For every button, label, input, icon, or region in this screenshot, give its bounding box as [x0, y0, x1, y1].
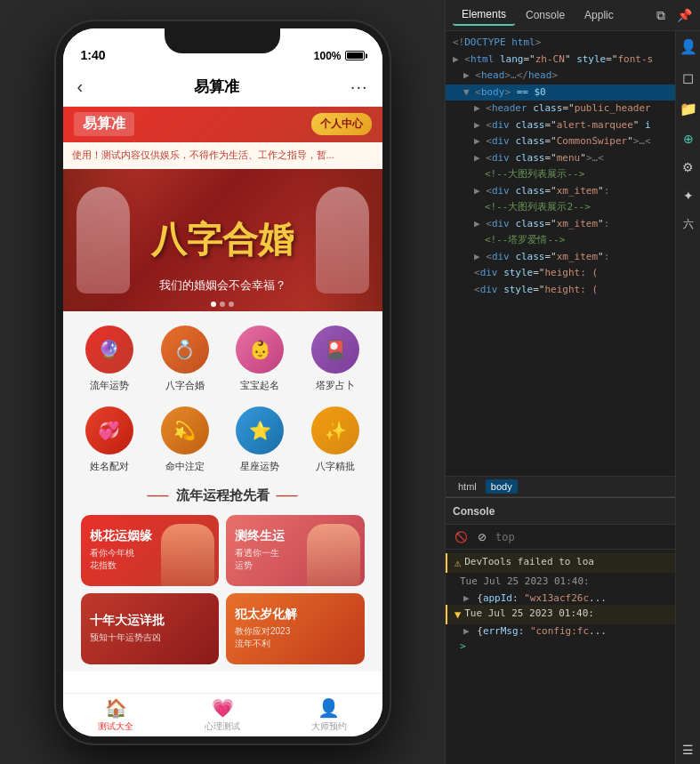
- icon-label-baZiHeHun: 八字合婚: [165, 379, 205, 392]
- dt-tab-console[interactable]: Console: [517, 5, 574, 25]
- dot-2: [220, 302, 225, 307]
- sidebar-icon-person[interactable]: 👤: [680, 38, 697, 55]
- hero-subtitle: 我们的婚姻会不会幸福？: [159, 277, 286, 294]
- devtools-icons: ⧉ 📌: [652, 6, 693, 24]
- section-title: 流年运程抢先看: [72, 487, 374, 504]
- tree-common-swiper[interactable]: ▶ <div class="CommonSwiper">…<: [446, 133, 700, 150]
- icon-xingMingPeiDui[interactable]: 💞 姓名配对: [78, 406, 141, 473]
- tree-xm-item-1[interactable]: ▶ <div class="xm_item":: [446, 183, 700, 200]
- tab-icon-xinLiCeShi: 💗: [212, 697, 234, 719]
- console-timestamp-1: Tue Jul 25 2023 01:40:: [446, 573, 700, 591]
- card-figure-ceZhong: [307, 524, 360, 586]
- tree-doctype: <!DOCTYPE html>: [446, 35, 700, 52]
- more-button[interactable]: ···: [350, 76, 368, 97]
- sidebar-icon-menu[interactable]: ☰: [682, 743, 694, 757]
- icon-xingZuoYunShi[interactable]: ⭐ 星座运势: [229, 406, 291, 473]
- dt-tab-elements[interactable]: Elements: [453, 4, 515, 26]
- dot-1: [211, 302, 216, 307]
- devtools-panel: Elements Console Applic ⧉ 📌 <!DOCTYPE ht…: [445, 0, 700, 764]
- banner-logo: 易算准: [74, 112, 134, 136]
- icon-circle-baZiJingPi: ✨: [311, 406, 359, 454]
- tab-xinLiCeShi[interactable]: 💗 心理测试: [169, 694, 276, 736]
- icon-label-baZiJingPi: 八字精批: [316, 460, 355, 473]
- icons-row-2: 💞 姓名配对 💫 命中注定 ⭐ 星座运势 ✨ 八字精批: [72, 406, 374, 473]
- status-time: 1:40: [81, 48, 106, 62]
- icon-baZiHeHun[interactable]: 💍 八字合婚: [154, 326, 216, 392]
- icon-liuNian[interactable]: 🔮 流年运势: [78, 326, 141, 392]
- icon-taLuoZhanBu[interactable]: 🎴 塔罗占卜: [304, 326, 366, 392]
- icons-grid: 🔮 流年运势 💍 八字合婚 👶 宝宝起名 🎴 塔罗占卜: [63, 311, 382, 672]
- icon-label-taLuoZhanBu: 塔罗占卜: [316, 379, 355, 392]
- tab-label-daShiYuYue: 大师预约: [311, 720, 347, 733]
- console-clear-btn[interactable]: 🚫: [453, 529, 469, 545]
- dt-icon-copy[interactable]: ⧉: [652, 6, 670, 24]
- console-toolbar: 🚫 ⊘: [446, 525, 700, 550]
- console-header: Console ✕: [446, 498, 700, 525]
- section-title-text: 流年运程抢先看: [176, 487, 270, 504]
- hero-figure-right: [302, 169, 382, 311]
- devtools-breadcrumb: html body: [446, 476, 700, 497]
- sidebar-icon-sparkle[interactable]: ✦: [683, 189, 694, 203]
- warn-icon-2: ▼: [455, 607, 461, 623]
- dot-3: [229, 302, 234, 307]
- tab-ceShiDaQuan[interactable]: 🏠 测试大全: [63, 694, 170, 736]
- console-title: Console: [453, 505, 495, 518]
- card-fanTaiSui[interactable]: 犯太岁化解 教你应对2023流年不利: [226, 593, 365, 664]
- sidebar-icon-globe[interactable]: ⊕: [683, 132, 694, 146]
- icon-baZiJingPi[interactable]: ✨ 八字精批: [304, 406, 366, 473]
- card-figure-taoHua: [161, 524, 214, 586]
- warn-text-1: DevTools failed to loa: [464, 555, 594, 570]
- tree-header[interactable]: ▶ <header class="public_header: [446, 101, 700, 117]
- hero-dots: [211, 302, 234, 307]
- tab-daShiYuYue[interactable]: 👤 大师预约: [276, 694, 382, 736]
- card-title-shiNian: 十年大运详批: [90, 613, 211, 629]
- console-obj-2[interactable]: ▶ {errMsg: "config:fc...: [446, 624, 700, 638]
- card-shiNian[interactable]: 十年大运详批 预知十年运势吉凶: [81, 593, 220, 664]
- icon-circle-xingZuoYunShi: ⭐: [236, 406, 284, 454]
- icon-circle-baoBaoQiMing: 👶: [236, 326, 284, 374]
- console-panel: Console ✕ 🚫 ⊘ ⚠ DevTools failed to loa T…: [446, 497, 700, 764]
- tree-comment-1: <!--大图列表展示-->: [446, 166, 700, 183]
- bc-html[interactable]: html: [453, 479, 482, 494]
- console-filter-btn[interactable]: ⊘: [474, 529, 490, 545]
- tree-html[interactable]: ▶ <html lang="zh-CN" style="font-s: [446, 52, 700, 68]
- tree-div-height-1[interactable]: <div style="height: (: [446, 265, 700, 282]
- icon-baoBaoQiMing[interactable]: 👶 宝宝起名: [229, 326, 291, 392]
- icon-circle-liuNian: 🔮: [85, 326, 133, 374]
- console-filter-input[interactable]: [495, 531, 693, 543]
- back-button[interactable]: ‹: [77, 76, 84, 97]
- sidebar-icon-cube[interactable]: ◻: [682, 69, 694, 86]
- bc-body[interactable]: body: [486, 479, 518, 494]
- marquee-text: 使用！测试内容仅供娱乐，不得作为生活、工作之指导，暂...: [72, 149, 334, 162]
- battery-percent: 100%: [314, 50, 342, 62]
- tree-comment-3: <!--塔罗爱情-->: [446, 232, 700, 249]
- console-content: ⚠ DevTools failed to loa Tue Jul 25 2023…: [446, 550, 700, 764]
- tree-xm-item-2[interactable]: ▶ <div class="xm_item":: [446, 216, 700, 233]
- card-taoHua[interactable]: 桃花运姻缘 看你今年桃花指数: [81, 515, 220, 586]
- hero-banner[interactable]: 八字合婚 我们的婚姻会不会幸福？: [63, 169, 382, 311]
- dt-icon-pin[interactable]: 📌: [675, 6, 693, 24]
- personal-center-button[interactable]: 个人中心: [311, 113, 372, 135]
- icon-circle-taLuoZhanBu: 🎴: [311, 326, 359, 374]
- dt-tab-applic[interactable]: Applic: [575, 5, 623, 25]
- tree-head[interactable]: ▶ <head>…</head>: [446, 68, 700, 84]
- sidebar-icon-gear[interactable]: ⚙: [682, 160, 694, 174]
- console-prompt-line: >: [446, 638, 700, 656]
- icon-mingZhongZhuDing[interactable]: 💫 命中注定: [154, 406, 216, 473]
- sidebar-icon-six[interactable]: 六: [683, 217, 694, 232]
- hero-center: 八字合婚: [151, 215, 294, 264]
- tab-label-xinLiCeShi: 心理测试: [205, 720, 240, 733]
- card-ceZhong[interactable]: 测终生运 看透你一生运势: [226, 515, 365, 586]
- tree-body[interactable]: ▼ <body> == $0: [446, 84, 700, 101]
- tree-xm-item-3[interactable]: ▶ <div class="xm_item":: [446, 249, 700, 266]
- tree-menu[interactable]: ▶ <div class="menu">…<: [446, 150, 700, 167]
- tree-alert-marquee[interactable]: ▶ <div class="alert-marquee" i: [446, 117, 700, 134]
- sidebar-icon-folder[interactable]: 📁: [680, 101, 697, 117]
- console-obj-1[interactable]: ▶ {appId: "wx13acf26c...: [446, 591, 700, 605]
- tab-bar: 🏠 测试大全 💗 心理测试 👤 大师预约: [63, 693, 382, 736]
- hero-title: 八字合婚: [151, 215, 294, 264]
- warn-icon-1: ⚠: [455, 555, 461, 571]
- tree-div-height-2[interactable]: <div style="height: (: [446, 282, 700, 299]
- card-sub-fanTaiSui: 教你应对2023流年不利: [235, 625, 356, 650]
- marquee-bar: 使用！测试内容仅供娱乐，不得作为生活、工作之指导，暂...: [63, 142, 382, 169]
